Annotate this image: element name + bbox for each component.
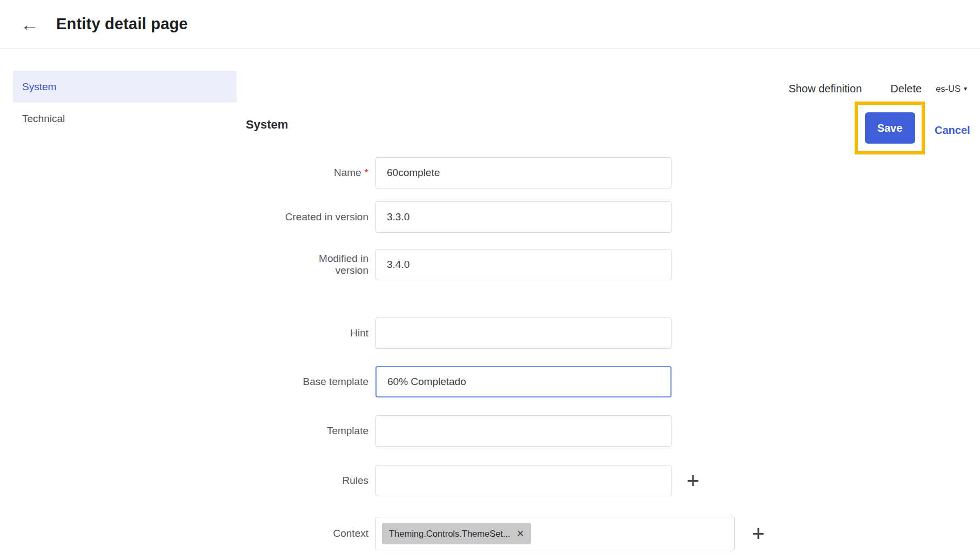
modified-in-version-input[interactable] <box>375 249 672 280</box>
add-context-button[interactable]: + <box>752 518 764 549</box>
form-row-modified-in-version: Modified in version <box>227 249 672 280</box>
rules-label: Rules <box>227 465 368 496</box>
sidebar-item-technical[interactable]: Technical <box>13 103 237 134</box>
context-input[interactable]: Theming.Controls.ThemeSet... × <box>375 517 735 550</box>
form-row-created-in-version: Created in version <box>227 201 672 233</box>
name-input[interactable] <box>375 157 672 188</box>
show-definition-button[interactable]: Show definition <box>789 83 862 95</box>
context-tag-chip: Theming.Controls.ThemeSet... × <box>382 523 531 544</box>
save-button[interactable]: Save <box>865 112 915 144</box>
top-actions: Show definition Delete es-US ▾ <box>789 81 967 96</box>
hint-label: Hint <box>227 318 368 349</box>
form-row-rules: Rules + <box>227 465 699 496</box>
form-row-context: Context Theming.Controls.ThemeSet... × + <box>227 517 764 550</box>
form-row-template: Template <box>227 415 672 447</box>
locale-value: es-US <box>936 84 961 94</box>
cancel-link[interactable]: Cancel <box>935 123 970 138</box>
rules-input[interactable] <box>375 465 672 496</box>
base-template-label: Base template <box>227 366 368 397</box>
section-title: System <box>246 118 288 132</box>
modified-in-version-label: Modified in version <box>227 249 368 280</box>
required-asterisk: * <box>365 167 368 178</box>
form-row-hint: Hint <box>227 318 672 349</box>
template-label: Template <box>227 415 368 447</box>
page-title: Entity detail page <box>56 15 188 33</box>
save-highlight-annotation: Save <box>855 102 925 154</box>
context-tag-label: Theming.Controls.ThemeSet... <box>389 529 511 539</box>
delete-button[interactable]: Delete <box>890 83 922 95</box>
form-row-base-template: Base template <box>227 366 672 397</box>
hint-input[interactable] <box>375 318 672 349</box>
created-in-version-label: Created in version <box>227 201 368 233</box>
locale-dropdown[interactable]: es-US ▾ <box>936 84 967 94</box>
context-label: Context <box>227 518 368 549</box>
created-in-version-input[interactable] <box>375 201 672 233</box>
chevron-down-icon: ▾ <box>964 85 967 92</box>
add-rule-button[interactable]: + <box>687 465 699 496</box>
page-header: ← Entity detail page <box>0 0 980 49</box>
sidebar: System Technical <box>13 71 237 134</box>
sidebar-item-system[interactable]: System <box>13 71 237 103</box>
template-input[interactable] <box>375 415 672 447</box>
back-arrow-icon[interactable]: ← <box>21 12 44 36</box>
name-label: Name* <box>227 157 368 188</box>
base-template-input[interactable] <box>375 366 672 397</box>
form-row-name: Name* <box>227 157 672 188</box>
remove-tag-icon[interactable]: × <box>517 528 524 539</box>
